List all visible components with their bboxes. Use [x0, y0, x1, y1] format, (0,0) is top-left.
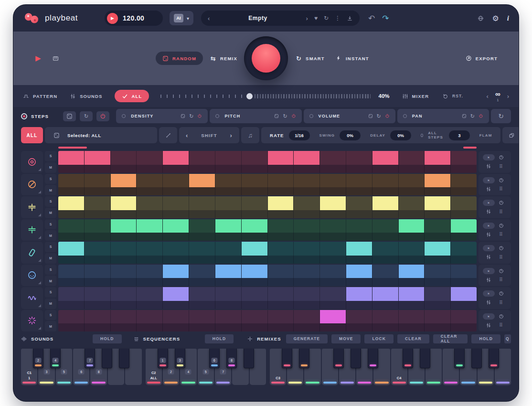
key-black[interactable] [420, 349, 430, 368]
slider-knob[interactable] [246, 93, 253, 99]
tab-volume[interactable]: VOLUME↻ [304, 109, 395, 123]
hold-button[interactable]: HOLD [471, 334, 500, 343]
step-cell[interactable] [320, 265, 346, 287]
mute-button[interactable]: M [45, 321, 56, 331]
step-cell[interactable] [163, 174, 189, 196]
step-cell[interactable] [137, 219, 163, 241]
export-button[interactable]: EXPORT [466, 55, 498, 62]
step-cell[interactable] [189, 151, 215, 173]
step-cell[interactable] [346, 265, 372, 287]
key-black[interactable] [351, 349, 361, 368]
loop-prev-button[interactable]: ‹ [487, 93, 489, 100]
mixer-button[interactable]: MIXER [402, 93, 429, 99]
step-cell[interactable] [425, 265, 451, 287]
step-cell[interactable] [425, 196, 451, 218]
track-snap-icon[interactable] [21, 310, 43, 332]
dice-icon[interactable] [462, 114, 467, 118]
step-cell[interactable] [58, 242, 85, 264]
key-black[interactable] [282, 349, 292, 368]
cycle-icon[interactable]: ↻ [283, 114, 287, 119]
all-steps-value[interactable]: 3 [449, 130, 470, 140]
mute-button[interactable]: M [45, 208, 56, 218]
tab-sounds[interactable]: SOUNDS [70, 93, 102, 99]
step-cell[interactable] [268, 219, 294, 241]
mute-button[interactable]: M [45, 230, 56, 241]
key-black[interactable]: 6 [209, 349, 220, 368]
step-cell[interactable] [85, 174, 111, 196]
step-cell[interactable] [372, 219, 399, 241]
step-cell[interactable] [137, 151, 163, 173]
step-cell[interactable] [451, 265, 477, 287]
clear-track-button[interactable]: × [483, 268, 495, 274]
step-cell[interactable] [346, 196, 372, 218]
power-icon[interactable] [479, 114, 483, 118]
step-cell[interactable] [425, 287, 451, 309]
key-black[interactable]: 7 [85, 349, 95, 368]
density-slider[interactable] [160, 92, 371, 100]
track-perc-icon[interactable] [21, 265, 43, 287]
step-cell[interactable] [215, 219, 242, 241]
step-cell[interactable] [451, 196, 477, 218]
step-cell[interactable] [189, 196, 215, 218]
undo-button[interactable]: ↶ [368, 13, 375, 23]
tab-pitch[interactable]: PITCH↻ [210, 109, 301, 123]
step-cell[interactable] [163, 310, 189, 332]
preset-next-button[interactable]: › [306, 15, 308, 22]
step-cell[interactable] [58, 219, 85, 241]
solo-button[interactable]: S [45, 310, 56, 321]
clear-track-button[interactable]: × [483, 245, 495, 251]
step-cell[interactable] [399, 265, 425, 287]
drag-handle-icon[interactable]: ⠿ [499, 277, 502, 282]
shift-left-button[interactable]: ‹ [186, 132, 189, 139]
step-cell[interactable] [137, 265, 163, 287]
main-trigger-button[interactable] [252, 44, 280, 73]
step-cell[interactable] [294, 287, 320, 309]
solo-button[interactable]: S [45, 196, 56, 207]
cycle-icon[interactable]: ↻ [377, 114, 381, 119]
step-cell[interactable] [111, 265, 137, 287]
move-button[interactable]: MOVE [331, 334, 361, 343]
step-cell[interactable] [189, 174, 215, 196]
step-cell[interactable] [372, 196, 399, 218]
solo-button[interactable]: S [45, 174, 56, 184]
track-snare-icon[interactable] [21, 174, 43, 196]
step-cell[interactable] [268, 174, 294, 196]
key-black[interactable] [102, 349, 112, 368]
step-cell[interactable] [242, 310, 268, 332]
step-cell[interactable] [111, 151, 137, 173]
track-sliders-icon[interactable] [486, 186, 491, 192]
step-cell[interactable] [372, 151, 399, 173]
solo-button[interactable]: S [45, 219, 56, 230]
step-cell[interactable] [399, 242, 425, 264]
info-icon[interactable]: i [507, 14, 509, 22]
step-cell[interactable] [85, 310, 111, 332]
note-value-button[interactable]: ♫ [241, 127, 259, 143]
step-cell[interactable] [425, 219, 451, 241]
step-cell[interactable] [58, 265, 85, 287]
reload-preset-icon[interactable]: ↻ [324, 15, 329, 21]
key-black[interactable] [489, 349, 499, 368]
step-cell[interactable] [85, 219, 111, 241]
step-cell[interactable] [111, 174, 137, 196]
track-knob-icon[interactable] [499, 155, 504, 160]
loop-range-end[interactable] [463, 147, 477, 149]
step-cell[interactable] [399, 219, 425, 241]
tab-pattern[interactable]: PATTERN [23, 93, 57, 99]
step-cell[interactable] [346, 287, 372, 309]
sequencers-hold-button[interactable]: HOLD [205, 334, 234, 343]
cycle-steps-button[interactable]: ↻ [80, 111, 93, 121]
step-cell[interactable] [425, 174, 451, 196]
drag-handle-icon[interactable]: ⠿ [499, 186, 502, 192]
step-cell[interactable] [85, 287, 111, 309]
bpm-display[interactable]: ▶ 120.00 [105, 11, 163, 26]
drag-handle-icon[interactable]: ⠿ [499, 164, 502, 169]
step-cell[interactable] [346, 310, 372, 332]
step-cell[interactable] [85, 242, 111, 264]
ai-dropdown[interactable]: AI ▾ [170, 11, 193, 25]
loop-range-start[interactable] [58, 147, 87, 149]
key-black[interactable] [368, 349, 378, 368]
solo-button[interactable]: S [45, 151, 56, 161]
step-cell[interactable] [242, 151, 268, 173]
track-sliders-icon[interactable] [486, 322, 491, 328]
track-knob-icon[interactable] [499, 314, 504, 319]
